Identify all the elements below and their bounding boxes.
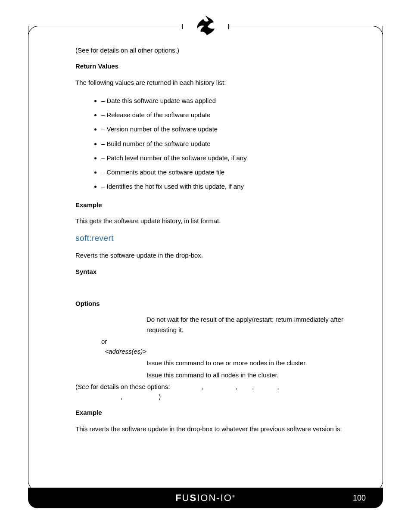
option-row: Do not wait for the result of the apply/…	[75, 314, 357, 335]
see-options-note: (See for details on these options: , , ,…	[75, 382, 357, 402]
command-title: soft:revert	[75, 232, 357, 244]
see-note: (See for details on all other options.)	[75, 45, 357, 55]
list-item: – Comments about the software update fil…	[101, 165, 357, 179]
document-body: (See for details on all other options.) …	[75, 45, 357, 472]
page-number: 100	[353, 494, 366, 503]
return-list: – Date this software update was applied …	[101, 93, 357, 194]
list-item: – Patch level number of the software upd…	[101, 151, 357, 165]
list-item: – Version number of the software update	[101, 122, 357, 136]
heading-options: Options	[75, 299, 357, 308]
page-footer: FUSiON-iO® 100	[28, 488, 383, 508]
option-desc: Issue this command to one or more nodes …	[146, 358, 357, 368]
option-desc: Do not wait for the result of the apply/…	[146, 314, 357, 335]
command-desc: Reverts the software update in the drop-…	[75, 250, 357, 260]
list-item: – Date this software update was applied	[101, 93, 357, 108]
heading-syntax: Syntax	[75, 267, 357, 277]
example-desc: This gets the software update history, i…	[75, 216, 357, 226]
option-key: or <address(es)>	[75, 336, 146, 357]
return-desc: The following values are returned in eac…	[75, 78, 357, 87]
option-row: or <address(es)>	[75, 336, 357, 357]
list-item: – Build number of the software update	[101, 137, 357, 151]
heading-example: Example	[75, 408, 357, 417]
option-desc: Issue this command to all nodes in the c…	[146, 370, 357, 380]
example-desc: This reverts the software update in the …	[75, 424, 357, 434]
option-row: Issue this command to one or more nodes …	[75, 358, 357, 368]
brand-logo: FUSiON-iO®	[175, 492, 236, 504]
option-row: Issue this command to all nodes in the c…	[75, 370, 357, 380]
heading-return-values: Return Values	[75, 61, 357, 71]
list-item: – Identifies the hot fix used with this …	[101, 179, 357, 193]
list-item: – Release date of the software update	[101, 108, 357, 122]
heading-example: Example	[75, 200, 357, 210]
